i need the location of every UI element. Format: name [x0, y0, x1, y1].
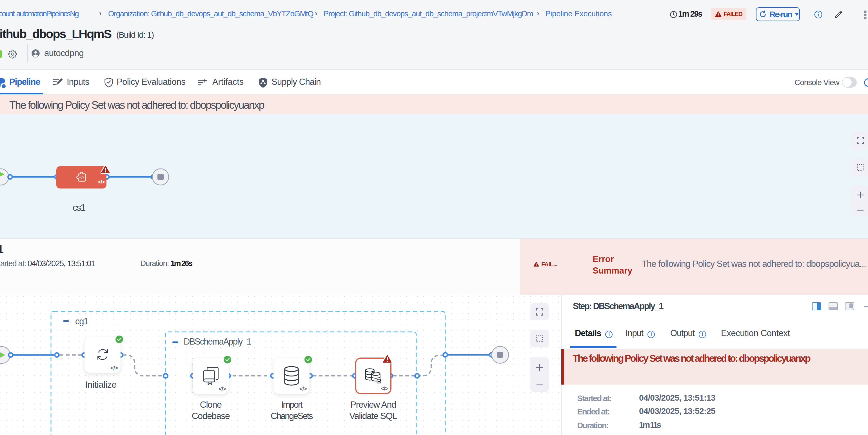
svg-text:</>: </> — [80, 176, 85, 180]
